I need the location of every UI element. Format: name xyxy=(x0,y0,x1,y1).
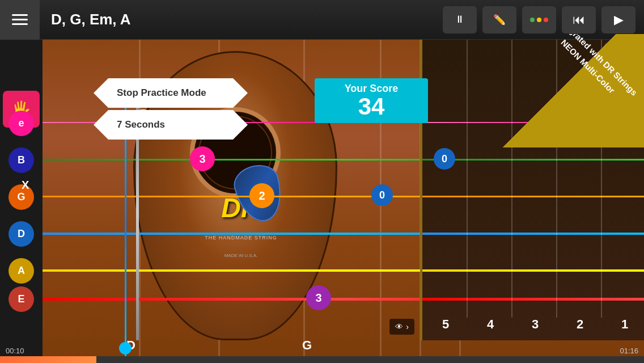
stop-practice-row: Stop Practice Mode xyxy=(94,78,248,108)
toolbar-right: ⏸ ✏️ ⏮ ▶ xyxy=(443,6,644,33)
dr-made: MADE IN U.S.A. xyxy=(224,253,258,258)
right-string-D xyxy=(422,233,644,235)
left-arrow-seconds xyxy=(94,110,108,140)
dot-red xyxy=(544,18,548,22)
string-label-e: e xyxy=(9,111,34,136)
main-content: DR THE HANDMADE STRING MADE IN U.S.A. 2 … xyxy=(0,40,644,363)
dr-subtitle: THE HANDMADE STRING xyxy=(205,235,277,240)
score-value: 34 xyxy=(326,95,417,119)
hamburger-line-3 xyxy=(12,23,28,25)
eye-icon: 👁 xyxy=(395,322,403,331)
song-title: D, G, Em, A xyxy=(40,11,443,28)
left-panel: 🖐 e B G D A E X xyxy=(0,40,43,363)
pencil-button[interactable]: ✏️ xyxy=(482,6,516,33)
eye-button[interactable]: 👁 › xyxy=(389,319,414,335)
badge: Integrated with DR Strings NEON Multi-Co… xyxy=(468,34,644,147)
fret-num-3: 3 xyxy=(532,317,539,332)
time-start: 00:10 xyxy=(6,347,24,355)
string-label-E: E xyxy=(9,286,34,312)
finger-marker-B-fret3: 3 xyxy=(190,146,215,171)
x-marker: X xyxy=(22,179,29,192)
score-panel: Your Score 34 xyxy=(315,78,428,123)
left-arrow-stop xyxy=(94,78,108,108)
chord-label-G: G xyxy=(302,338,312,353)
string-label-D: D xyxy=(9,221,34,247)
hamburger-line-1 xyxy=(12,14,28,16)
fret-num-4: 4 xyxy=(487,317,494,332)
progress-bar[interactable] xyxy=(0,356,644,363)
position-bottom-marker xyxy=(119,342,132,354)
open-marker-B: 0 xyxy=(434,148,455,170)
fret-num-5: 5 xyxy=(442,317,449,332)
seconds-row: 7 Seconds xyxy=(94,110,248,140)
dot-green xyxy=(530,18,535,22)
eye-arrow: › xyxy=(406,322,409,331)
seconds-container[interactable]: 7 Seconds xyxy=(94,110,248,140)
practice-panel: Stop Practice Mode 7 Seconds xyxy=(94,78,248,140)
app: D, G, Em, A ⏸ ✏️ ⏮ ▶ xyxy=(0,0,644,363)
right-arrow-stop xyxy=(233,78,248,108)
hamburger-icon xyxy=(12,14,28,25)
progress-fill xyxy=(0,356,96,363)
right-arrow-seconds xyxy=(233,110,248,140)
right-string-A xyxy=(422,269,644,272)
open-marker-G: 0 xyxy=(371,184,393,206)
dots-button[interactable] xyxy=(522,6,556,33)
finger-marker-E-fret3: 3 xyxy=(306,285,331,310)
rewind-button[interactable]: ⏮ xyxy=(562,6,596,33)
hamburger-line-2 xyxy=(12,19,28,20)
right-string-B xyxy=(422,159,644,161)
play-button[interactable]: ▶ xyxy=(601,6,635,33)
stop-btn-body[interactable]: Stop Practice Mode xyxy=(108,78,233,108)
dot-yellow xyxy=(537,18,541,22)
fret-num-2: 2 xyxy=(577,317,583,332)
right-string-E xyxy=(422,298,644,301)
finger-marker-G-fret2: 2 xyxy=(249,183,274,208)
stop-practice-label: Stop Practice Mode xyxy=(117,87,206,99)
mixer-button[interactable]: ⏸ xyxy=(443,6,477,33)
time-end: 01:16 xyxy=(620,347,638,355)
menu-button[interactable] xyxy=(0,0,40,40)
fret-num-1: 1 xyxy=(621,317,628,332)
seconds-btn-body[interactable]: 7 Seconds xyxy=(108,110,233,140)
seconds-label: 7 Seconds xyxy=(117,119,165,130)
string-label-B: B xyxy=(9,147,34,173)
string-label-A: A xyxy=(9,258,34,284)
right-fret-5 xyxy=(467,40,468,318)
right-string-G xyxy=(422,196,644,197)
stop-practice-container[interactable]: Stop Practice Mode xyxy=(94,78,248,108)
